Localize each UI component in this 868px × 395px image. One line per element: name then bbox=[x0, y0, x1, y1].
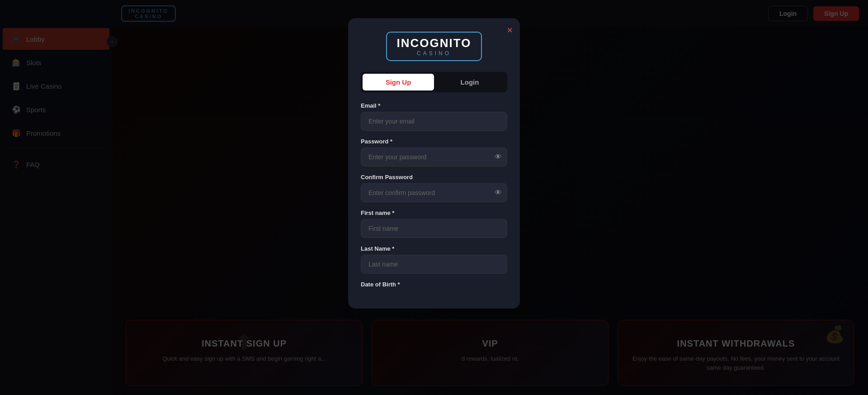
modal-overlay: × INCOGNITO CASINO Sign Up Login Email *… bbox=[0, 0, 868, 395]
first-name-field-group: First name * bbox=[361, 209, 507, 238]
modal-brand-name: INCOGNITO bbox=[397, 36, 472, 50]
tab-signup[interactable]: Sign Up bbox=[363, 74, 434, 90]
email-input[interactable] bbox=[361, 112, 507, 131]
modal-close-button[interactable]: × bbox=[507, 24, 513, 36]
first-name-label: First name * bbox=[361, 209, 507, 216]
first-name-input[interactable] bbox=[361, 219, 507, 238]
dob-field-group: Date of Birth * bbox=[361, 281, 507, 288]
password-input-wrap: 👁 bbox=[361, 148, 507, 167]
modal-logo: INCOGNITO CASINO bbox=[361, 32, 507, 61]
email-input-wrap bbox=[361, 112, 507, 131]
last-name-field-group: Last Name * bbox=[361, 245, 507, 274]
confirm-password-input-wrap: 👁 bbox=[361, 183, 507, 202]
confirm-password-eye-icon[interactable]: 👁 bbox=[495, 189, 502, 197]
dob-label: Date of Birth * bbox=[361, 281, 507, 288]
first-name-input-wrap bbox=[361, 219, 507, 238]
password-field-group: Password * 👁 bbox=[361, 138, 507, 167]
email-field-group: Email * bbox=[361, 102, 507, 131]
modal-tabs: Sign Up Login bbox=[361, 72, 507, 92]
email-label: Email * bbox=[361, 102, 507, 109]
last-name-label: Last Name * bbox=[361, 245, 507, 252]
last-name-input[interactable] bbox=[361, 255, 507, 274]
confirm-password-label: Confirm Password bbox=[361, 174, 507, 181]
password-label: Password * bbox=[361, 138, 507, 145]
signup-modal: × INCOGNITO CASINO Sign Up Login Email *… bbox=[348, 18, 520, 309]
password-eye-icon[interactable]: 👁 bbox=[495, 153, 502, 161]
modal-logo-badge: INCOGNITO CASINO bbox=[386, 32, 482, 61]
tab-login[interactable]: Login bbox=[434, 74, 505, 90]
last-name-input-wrap bbox=[361, 255, 507, 274]
modal-brand-sub: CASINO bbox=[397, 50, 472, 57]
password-input[interactable] bbox=[361, 148, 507, 167]
confirm-password-input[interactable] bbox=[361, 183, 507, 202]
confirm-password-field-group: Confirm Password 👁 bbox=[361, 174, 507, 202]
